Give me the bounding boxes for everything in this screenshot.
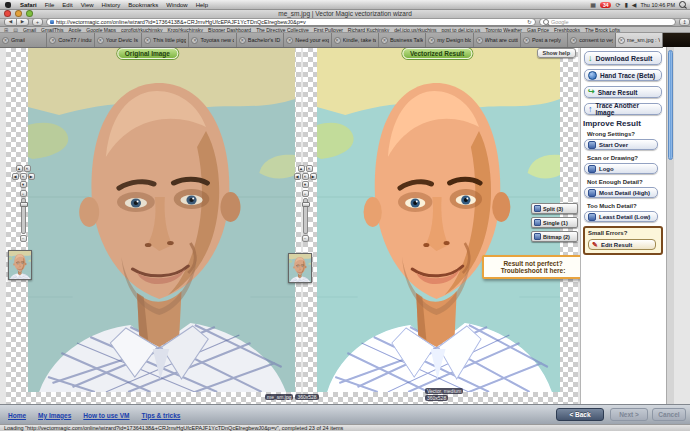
zoom-slider[interactable]	[21, 198, 26, 234]
scrollbar-thumb[interactable]	[668, 50, 673, 160]
tab-close-icon[interactable]: ×	[286, 37, 293, 44]
zoom-in-button[interactable]: +	[20, 190, 27, 197]
share-result-button[interactable]: ↪ Share Result	[584, 86, 662, 98]
bookmark-del-icio-us-rkuchins[interactable]: del.icio.us/rkuchins	[394, 27, 436, 33]
tab-close-icon[interactable]: ×	[618, 37, 625, 44]
pan-up-button[interactable]: ▲	[298, 165, 305, 172]
zoom-slider-thumb[interactable]	[20, 202, 28, 207]
tab-consent-to-veyta[interactable]: ×consent to veyta...	[568, 33, 615, 47]
bookmark-richard-kuchinsky[interactable]: Richard Kuchinsky	[348, 27, 389, 33]
tab-need-your-expe[interactable]: ×Need your expe...	[284, 33, 331, 47]
tab-this-little-piggy[interactable]: ×This little piggy...	[142, 33, 189, 47]
menu-item-help[interactable]: Help	[192, 2, 212, 8]
bookmark-toronto-weather[interactable]: Toronto Weather	[485, 27, 522, 33]
pan-center-button[interactable]: ✕	[20, 173, 27, 180]
bookmark-the-directive-collective[interactable]: The Directive Collective	[256, 27, 309, 33]
menu-item-history[interactable]: History	[98, 2, 125, 8]
tab-close-icon[interactable]: ×	[570, 37, 577, 44]
menu-item-bookmarks[interactable]: Bookmarks	[124, 2, 162, 8]
zoom-slider-thumb[interactable]	[302, 202, 310, 207]
bookmarks-grid-icon[interactable]: ⊞	[4, 27, 8, 33]
vectorized-image[interactable]	[317, 47, 560, 392]
tab-close-icon[interactable]: ×	[191, 37, 198, 44]
menu-item-window[interactable]: Window	[162, 2, 191, 8]
tab-business-talk[interactable]: ×Business Talk	[379, 33, 426, 47]
bookmark-apple[interactable]: Apple	[69, 27, 82, 33]
overview-thumbnail-original[interactable]	[8, 250, 32, 280]
bookmark-freshbooks[interactable]: Freshbooks	[554, 27, 580, 33]
back-step-button[interactable]: < Back	[556, 408, 604, 421]
tab-your-devic-is-it[interactable]: ×Your Devic Is it...	[95, 33, 142, 47]
pan-down-button[interactable]: ▼	[302, 181, 309, 188]
tab-kindle-take-two[interactable]: ×Kindle, take two	[332, 33, 379, 47]
logo-button[interactable]: Logo	[584, 163, 658, 174]
tab-close-icon[interactable]: ×	[144, 37, 151, 44]
bookmark-blogger-dashboard[interactable]: Blogger Dashboard	[208, 27, 251, 33]
reload-icon[interactable]: ↻	[527, 19, 532, 25]
tab-bachelor-s-id-in[interactable]: ×Bachelor's ID in...	[237, 33, 284, 47]
hand-trace-button[interactable]: Hand Trace (Beta)	[584, 69, 662, 81]
pan-up-button[interactable]: ▲	[16, 165, 23, 172]
tab-core77-indust[interactable]: ×Core77 / indust...	[47, 33, 94, 47]
bookmark-gmail[interactable]: Gmail	[23, 27, 36, 33]
tab-close-icon[interactable]: ×	[97, 37, 104, 44]
tab-my-design-blog[interactable]: ×my Design blog...	[426, 33, 473, 47]
pan-left-button[interactable]: ◀	[294, 173, 301, 180]
original-image[interactable]	[28, 47, 295, 392]
menu-item-safari[interactable]: Safari	[16, 2, 41, 8]
zoom-out-button[interactable]: −	[20, 235, 27, 242]
pan-down-button[interactable]: ▼	[20, 181, 27, 188]
bookmark-coroflot-rkuchinsky[interactable]: coroflot/rkuchinsky	[121, 27, 162, 33]
tab-what-are-cuttin[interactable]: ×What are cuttin...	[474, 33, 521, 47]
page-action-button[interactable]: ↥	[679, 18, 690, 27]
tab-close-icon[interactable]: ×	[2, 37, 9, 44]
apple-menu-icon[interactable]	[5, 2, 11, 8]
spotlight-icon[interactable]	[679, 1, 686, 8]
tab-close-icon[interactable]: ×	[49, 37, 56, 44]
footer-link-tips-tricks[interactable]: Tips & tricks	[142, 412, 181, 419]
tab-close-icon[interactable]: ×	[428, 37, 435, 44]
single-view-button[interactable]: Single (1)	[531, 217, 578, 228]
tab-close-icon[interactable]: ×	[334, 37, 341, 44]
zoom-in-button[interactable]: +	[302, 190, 309, 197]
pan-reset-button[interactable]: ✕	[306, 165, 313, 172]
new-tab-button[interactable]: +	[32, 18, 43, 27]
menu-item-view[interactable]: View	[77, 2, 98, 8]
most-detail-button[interactable]: Most Detail (High)	[584, 187, 658, 198]
overview-thumbnail-vectorized[interactable]	[288, 253, 312, 283]
zoom-out-button[interactable]: −	[302, 235, 309, 242]
bookmarks-folder-icon[interactable]: ▤	[13, 27, 18, 33]
forward-button[interactable]: ▶	[17, 18, 29, 27]
least-detail-button[interactable]: Least Detail (Low)	[584, 211, 658, 222]
start-over-button[interactable]: Start Over	[584, 139, 658, 150]
zoom-slider[interactable]	[303, 198, 308, 234]
footer-link-home[interactable]: Home	[8, 412, 26, 419]
tab-close-icon[interactable]: ×	[239, 37, 246, 44]
show-help-button[interactable]: Show help	[537, 48, 577, 58]
tab-close-icon[interactable]: ×	[523, 37, 530, 44]
address-bar[interactable]: http://vectormagic.com/online/wizard?id=…	[46, 18, 536, 27]
bookmark-krop-rkuchinsky[interactable]: Krop/rkuchinsky	[167, 27, 203, 33]
menu-item-edit[interactable]: Edit	[58, 2, 76, 8]
tab-gmail[interactable]: ×Gmail	[0, 33, 47, 47]
volume-icon[interactable]: ◀	[632, 1, 637, 8]
menu-clock[interactable]: Thu 10:46 PM	[640, 2, 675, 8]
pan-right-button[interactable]: ▶	[310, 173, 317, 180]
tab-me-sm-jpg-vec[interactable]: ×me_sm.jpg : Vec...	[616, 33, 663, 47]
pan-left-button[interactable]: ◀	[12, 173, 19, 180]
pan-right-button[interactable]: ▶	[28, 173, 35, 180]
pan-reset-button[interactable]: ✕	[24, 165, 31, 172]
sync-icon[interactable]: ⟳	[615, 1, 620, 8]
tab-toyotas-new-car[interactable]: ×Toyotas new car...	[189, 33, 236, 47]
bitmap-view-button[interactable]: Bitmap (2)	[531, 231, 578, 242]
bookmark-the-brock-lofts[interactable]: The Brock Lofts	[585, 27, 620, 33]
bookmark-post-to-del-icio-us[interactable]: post to del.icio.us	[442, 27, 481, 33]
download-result-button[interactable]: ↓ Download Result	[584, 51, 662, 65]
mail-badge[interactable]: 34	[600, 2, 612, 8]
search-input[interactable]: Google	[539, 18, 676, 27]
bookmark-gas-price[interactable]: Gas Price	[527, 27, 549, 33]
displays-icon[interactable]: ▦	[590, 1, 596, 8]
tab-close-icon[interactable]: ×	[476, 37, 483, 44]
menu-item-file[interactable]: File	[41, 2, 59, 8]
bookmark-google-maps[interactable]: Google Maps	[86, 27, 116, 33]
